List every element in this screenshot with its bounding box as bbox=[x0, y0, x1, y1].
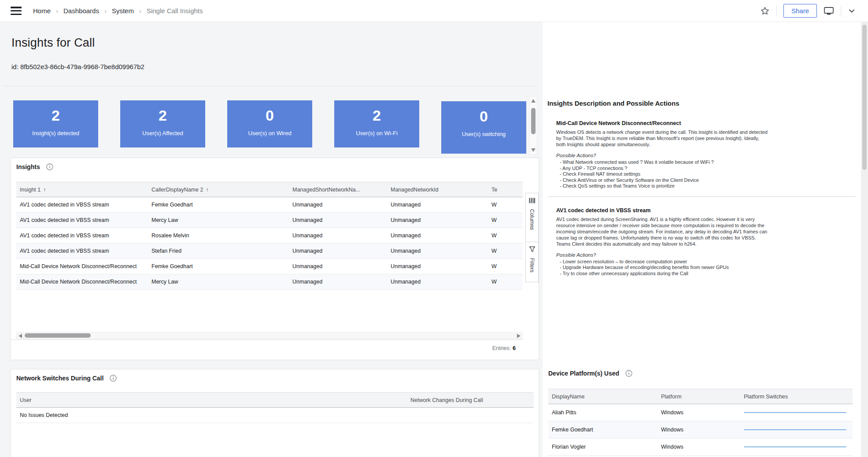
insight-cell: AV1 codec detected in VBSS stream bbox=[16, 202, 148, 208]
stat-card-users-wired: 0 User(s) on Wired bbox=[227, 100, 312, 147]
columns-tool-label: Columns bbox=[529, 209, 535, 230]
breadcrumb-home[interactable]: Home bbox=[33, 7, 51, 15]
possible-actions-list: - Lower screen resolution – to decrease … bbox=[560, 259, 856, 277]
dashboard-canvas: Insights Description and Possible Action… bbox=[0, 22, 868, 457]
displayname-cell: Femke Goedhart bbox=[548, 427, 657, 433]
column-header-platform-switches[interactable]: Platform Switches bbox=[740, 394, 853, 400]
insight-cell: AV1 codec detected in VBSS stream bbox=[16, 232, 148, 239]
network-name-cell: Unmanaged bbox=[289, 263, 387, 269]
entries-label: Entries: bbox=[492, 345, 511, 351]
column-header-truncated[interactable]: Te bbox=[488, 187, 523, 193]
panel-title: Insights bbox=[16, 163, 40, 170]
share-button[interactable]: Share bbox=[783, 4, 817, 18]
platform-switches-cell bbox=[740, 429, 853, 430]
hamburger-menu-icon[interactable] bbox=[11, 7, 22, 15]
table-footer: Entries:6 bbox=[11, 339, 523, 360]
scroll-right-icon[interactable] bbox=[517, 334, 521, 338]
breadcrumb-separator-icon: › bbox=[139, 7, 141, 15]
kiosk-monitor-icon[interactable] bbox=[824, 6, 834, 16]
table-horizontal-scrollbar[interactable] bbox=[16, 332, 523, 339]
filter-icon bbox=[529, 246, 536, 254]
column-header-network-changes[interactable]: Network Changes During Call bbox=[407, 397, 534, 403]
stat-value: 2 bbox=[120, 107, 205, 124]
action-item: - Check AntiVirus or other Security Soft… bbox=[560, 177, 856, 184]
platform-cell: Windows bbox=[657, 444, 740, 450]
table-header-row: User Network Changes During Call bbox=[16, 392, 534, 408]
column-header-managedshortnetworkname[interactable]: ManagedShortNetworkNa... bbox=[289, 187, 387, 193]
stat-card-users-wifi: 2 User(s) on Wi-Fi bbox=[334, 100, 419, 147]
displayname-cell: Florian Vogler bbox=[548, 444, 657, 450]
column-header-platform[interactable]: Platform bbox=[657, 394, 740, 400]
caller-cell: Mercy Law bbox=[148, 217, 289, 223]
stat-value: 0 bbox=[227, 107, 312, 124]
entries-count: 6 bbox=[513, 345, 516, 351]
column-header-callerdisplayname[interactable]: CallerDisplayName 2↑ bbox=[148, 187, 289, 193]
network-name-cell: Unmanaged bbox=[289, 202, 387, 208]
insights-description-panel: Insights Description and Possible Action… bbox=[547, 100, 856, 276]
action-item: - Lower screen resolution – to decrease … bbox=[560, 259, 856, 265]
truncated-cell: W bbox=[488, 279, 523, 285]
column-header-managednetworkid[interactable]: ManagedNetworkId bbox=[387, 187, 488, 193]
action-item: - Try to close other unnecessary applica… bbox=[560, 271, 856, 277]
star-favorite-icon[interactable] bbox=[760, 6, 770, 16]
scrollbar-thumb[interactable] bbox=[25, 333, 91, 338]
truncated-cell: W bbox=[488, 263, 523, 269]
info-icon[interactable] bbox=[110, 375, 117, 382]
call-id: id: 8fb502e3-86cb-479a-9968-7be8d09967b2 bbox=[11, 63, 528, 70]
network-name-cell: Unmanaged bbox=[289, 279, 387, 285]
network-switches-panel: Network Switches During Call User Networ… bbox=[10, 369, 539, 457]
stat-label: User(s) switching bbox=[441, 131, 526, 137]
device-platforms-panel: Device Platform(s) Used DisplayName Plat… bbox=[548, 370, 857, 456]
panel-title: Network Switches During Call bbox=[16, 375, 103, 382]
stat-label: User(s) on Wi-Fi bbox=[334, 130, 419, 136]
scroll-down-icon[interactable] bbox=[531, 148, 536, 152]
column-header-displayname[interactable]: DisplayName bbox=[548, 394, 657, 400]
caller-cell: Femke Goedhart bbox=[148, 263, 289, 269]
chevron-down-icon[interactable] bbox=[848, 7, 856, 15]
table-tools-strip: Columns Filters bbox=[525, 193, 539, 282]
insight-cell: Mid-Call Device Network Disconnect/Recon… bbox=[16, 279, 148, 285]
column-header-insight[interactable]: Insight 1↑ bbox=[16, 187, 148, 193]
panel-title: Insights Description and Possible Action… bbox=[547, 100, 856, 107]
possible-actions-list: - What Network connected was used ? Was … bbox=[560, 159, 856, 189]
section-body: Windows OS detects a network change even… bbox=[556, 129, 768, 147]
section-heading: Mid-Call Device Network Disconnect/Recon… bbox=[556, 120, 856, 126]
table-row: AV1 codec detected in VBSS stream Femke … bbox=[16, 197, 523, 213]
caller-cell: Stefan Fried bbox=[148, 248, 289, 254]
info-icon[interactable] bbox=[625, 370, 632, 377]
stat-cards-scrollbar[interactable] bbox=[529, 96, 537, 155]
info-icon[interactable] bbox=[46, 163, 53, 170]
breadcrumb-system[interactable]: System bbox=[112, 7, 134, 15]
sort-asc-icon: ↑ bbox=[206, 187, 208, 193]
table-row: Florian Vogler Windows bbox=[548, 439, 853, 456]
section-heading: AV1 codec detected in VBSS stream bbox=[556, 207, 856, 214]
column-header-user[interactable]: User bbox=[16, 397, 407, 403]
description-section-av1: AV1 codec detected in VBSS stream AV1 co… bbox=[556, 207, 856, 277]
stat-value: 0 bbox=[441, 107, 526, 125]
panel-title: Device Platform(s) Used bbox=[548, 370, 619, 377]
page-scrollbar[interactable] bbox=[861, 22, 868, 457]
insights-panel: Insights Insight 1↑ CallerDisplayName 2↑… bbox=[10, 158, 539, 360]
call-header-panel: Insights for Call id: 8fb502e3-86cb-479a… bbox=[4, 25, 536, 86]
right-column: Insights Description and Possible Action… bbox=[543, 22, 861, 457]
stat-value: 2 bbox=[13, 107, 98, 124]
platform-cell: Windows bbox=[657, 427, 740, 433]
stat-value: 2 bbox=[334, 107, 419, 124]
scroll-up-icon[interactable] bbox=[531, 99, 536, 103]
network-name-cell: Unmanaged bbox=[289, 217, 387, 223]
breadcrumb-dashboards[interactable]: Dashboards bbox=[63, 7, 99, 15]
insight-cell: AV1 codec detected in VBSS stream bbox=[16, 248, 148, 254]
platform-switches-cell bbox=[740, 446, 853, 447]
columns-tool-button[interactable]: Columns bbox=[525, 193, 539, 242]
filters-tool-button[interactable]: Filters bbox=[525, 242, 539, 282]
scrollbar-thumb[interactable] bbox=[862, 25, 867, 170]
stat-cards-row: 2 Insight(s) detected 2 User(s) Affected… bbox=[0, 100, 542, 158]
caller-cell: Femke Goedhart bbox=[148, 202, 289, 208]
possible-actions-label: Possible Actions? bbox=[556, 153, 856, 158]
stat-label: User(s) on Wired bbox=[227, 130, 312, 136]
table-header-row: Insight 1↑ CallerDisplayName 2↑ ManagedS… bbox=[16, 182, 523, 197]
scrollbar-thumb[interactable] bbox=[531, 108, 536, 134]
scroll-left-icon[interactable] bbox=[18, 334, 22, 338]
breadcrumb-current-page: Single Call Insights bbox=[147, 7, 203, 15]
section-body: AV1 codec detected during ScreenSharing.… bbox=[556, 216, 768, 247]
